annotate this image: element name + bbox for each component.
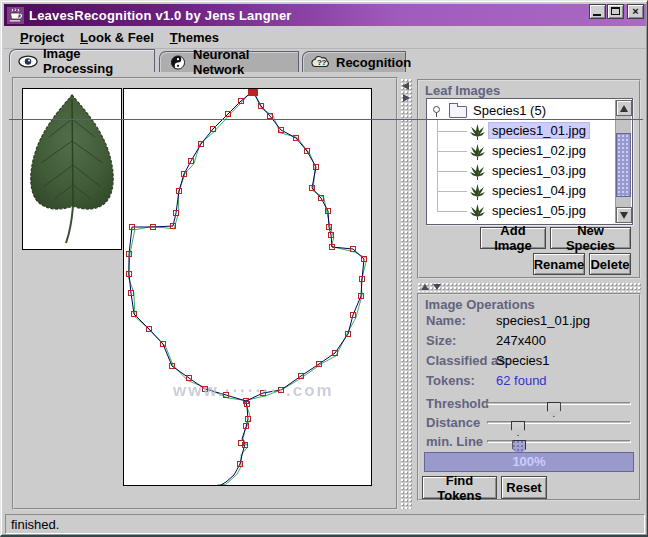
tokens-label: Tokens: xyxy=(426,373,475,388)
collapse-up-icon[interactable] xyxy=(421,284,429,290)
yin-yang-icon xyxy=(168,55,188,70)
find-tokens-button[interactable]: Find Tokens xyxy=(422,476,497,499)
progress-label: 100% xyxy=(425,453,633,471)
leaf-icon xyxy=(469,203,486,220)
java-cup-icon xyxy=(7,7,24,24)
svg-text:?: ? xyxy=(322,58,327,67)
scroll-down-button[interactable] xyxy=(616,207,632,223)
tab-image-processing[interactable]: Image Processing xyxy=(9,49,155,72)
distance-label: Distance xyxy=(426,415,480,430)
size-value: 247x400 xyxy=(496,333,546,348)
name-label: Name: xyxy=(426,313,466,328)
arrow-up-icon xyxy=(620,105,628,112)
tree-stub xyxy=(437,171,467,172)
reset-button[interactable]: Reset xyxy=(501,476,547,499)
progress-bar: 100% xyxy=(424,452,634,472)
leaf-photo xyxy=(23,89,121,249)
classified-as-value: Species1 xyxy=(496,353,549,368)
scrollbar-thumb[interactable] xyxy=(616,133,631,197)
status-bar: finished. xyxy=(5,514,645,534)
leaf-thumbnail xyxy=(22,88,122,250)
image-operations-group: Image Operations Name: species1_01.jpg S… xyxy=(417,293,641,501)
collapse-down-icon[interactable] xyxy=(433,284,441,290)
tab-baseline xyxy=(9,119,643,120)
minimize-icon xyxy=(593,14,601,16)
tree-root-label[interactable]: Species1 (5) xyxy=(473,103,546,118)
title-bar[interactable]: LeavesRecognition v1.0 by Jens Langner xyxy=(4,4,646,26)
menu-look-and-feel[interactable]: Look & Feel xyxy=(72,28,162,47)
collapse-right-icon[interactable] xyxy=(403,94,410,102)
token-canvas[interactable] xyxy=(123,88,372,486)
field-row: Size: 247x400 xyxy=(419,333,639,351)
leaf-icon xyxy=(469,123,486,140)
threshold-slider[interactable] xyxy=(487,402,631,405)
tree-item-label[interactable]: species1_04.jpg xyxy=(492,183,586,198)
question-cloud-icon: ? ? xyxy=(311,55,331,70)
tree-stub xyxy=(437,151,467,152)
threshold-label: Threshold xyxy=(426,396,489,411)
name-value: species1_01.jpg xyxy=(496,313,590,328)
species-tree[interactable]: Species1 (5) species1_01.jpg species1_02… xyxy=(426,98,633,225)
tab-label: Recognition xyxy=(336,55,411,70)
window-title: LeavesRecognition v1.0 by Jens Langner xyxy=(29,8,292,23)
leaf-outline-drawing xyxy=(124,89,371,485)
leaf-icon xyxy=(469,183,486,200)
distance-slider[interactable] xyxy=(487,421,631,424)
tree-stub xyxy=(437,191,467,192)
window-controls: × xyxy=(588,4,644,19)
delete-button[interactable]: Delete xyxy=(589,253,631,275)
arrow-down-icon xyxy=(620,212,628,219)
tree-item-label[interactable]: species1_01.jpg xyxy=(489,123,589,138)
app-window: LeavesRecognition v1.0 by Jens Langner ×… xyxy=(0,0,648,537)
tab-label: Neuronal Network xyxy=(193,47,290,77)
tree-stub xyxy=(437,131,467,132)
menu-project[interactable]: Project xyxy=(12,28,72,47)
close-icon: × xyxy=(628,4,643,19)
tree-item-label[interactable]: species1_05.jpg xyxy=(492,203,586,218)
vertical-splitter[interactable] xyxy=(400,78,412,509)
image-operations-title: Image Operations xyxy=(425,297,535,312)
tab-recognition[interactable]: ? ? Recognition xyxy=(302,51,406,72)
field-row: Name: species1_01.jpg xyxy=(419,313,639,331)
leaf-icon xyxy=(469,143,486,160)
maximize-icon xyxy=(611,7,620,15)
collapse-left-icon[interactable] xyxy=(402,82,409,90)
close-button[interactable]: × xyxy=(627,4,644,19)
tree-connector xyxy=(437,119,438,212)
folder-icon xyxy=(449,106,467,118)
add-image-button[interactable]: Add Image xyxy=(480,227,546,249)
distance-slider-row: Distance xyxy=(419,414,639,431)
new-species-button[interactable]: New Species xyxy=(550,227,631,249)
scroll-up-button[interactable] xyxy=(616,100,632,116)
tab-label: Image Processing xyxy=(43,46,146,76)
eye-icon xyxy=(18,54,38,69)
min-line-slider-row: min. Line xyxy=(419,433,639,450)
min-line-slider[interactable] xyxy=(487,440,631,443)
threshold-slider-row: Threshold xyxy=(419,395,639,412)
tab-neuronal-network[interactable]: Neuronal Network xyxy=(159,51,299,72)
tokens-value: 62 found xyxy=(496,373,547,388)
tree-stub xyxy=(437,211,467,212)
rename-button[interactable]: Rename xyxy=(533,253,585,275)
tree-expander-icon[interactable] xyxy=(433,106,440,113)
min-line-label: min. Line xyxy=(426,434,483,449)
menu-themes[interactable]: Themes xyxy=(162,28,227,47)
tab-strip: Image Processing Neuronal Network ? ? Re… xyxy=(4,49,646,73)
tree-item-label[interactable]: species1_02.jpg xyxy=(492,143,586,158)
field-row: Classified as: Species1 xyxy=(419,353,639,371)
maximize-button[interactable] xyxy=(607,4,624,19)
leaf-icon xyxy=(469,163,486,180)
leaf-images-title: Leaf Images xyxy=(425,83,500,98)
minimize-button[interactable] xyxy=(589,4,606,19)
horizontal-splitter[interactable] xyxy=(417,282,641,292)
field-row: Tokens: 62 found xyxy=(419,373,639,391)
size-label: Size: xyxy=(426,333,456,348)
tree-item-label[interactable]: species1_03.jpg xyxy=(492,163,586,178)
status-text: finished. xyxy=(11,517,59,532)
